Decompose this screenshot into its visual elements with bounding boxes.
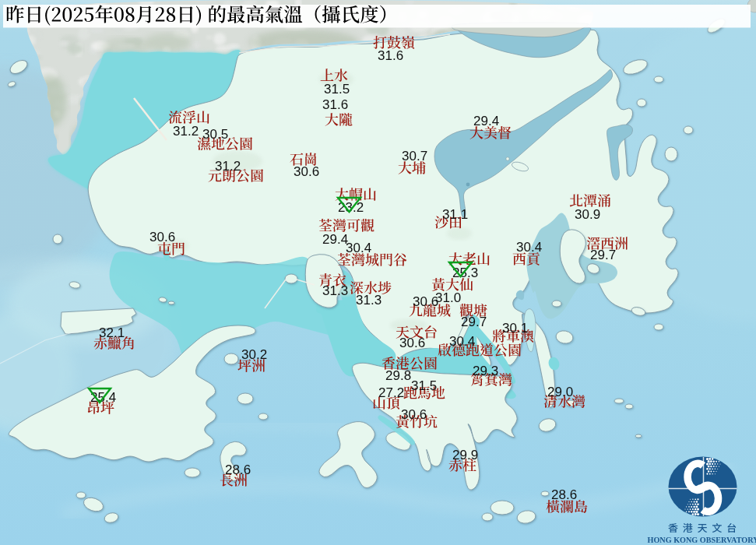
svg-text:30.4: 30.4 (346, 241, 371, 255)
svg-text:31.3: 31.3 (356, 293, 382, 308)
svg-text:25.3: 25.3 (452, 265, 478, 280)
svg-text:29.4: 29.4 (322, 232, 348, 247)
svg-text:30.4: 30.4 (449, 334, 475, 349)
svg-text:32.1: 32.1 (99, 325, 125, 340)
svg-text:29.3: 29.3 (473, 364, 498, 378)
svg-text:31.0: 31.0 (435, 290, 461, 305)
svg-text:30.6: 30.6 (413, 294, 438, 309)
svg-text:30.5: 30.5 (202, 127, 228, 142)
svg-text:27.2: 27.2 (378, 385, 404, 400)
svg-text:28.6: 28.6 (551, 487, 577, 502)
svg-text:31.5: 31.5 (411, 378, 437, 393)
svg-text:29.9: 29.9 (452, 448, 478, 462)
svg-text:30.1: 30.1 (502, 321, 528, 336)
svg-text:30.6: 30.6 (149, 230, 175, 244)
svg-text:30.6: 30.6 (401, 407, 427, 422)
svg-text:29.7: 29.7 (461, 315, 487, 329)
svg-text:31.6: 31.6 (378, 48, 403, 63)
svg-text:30.7: 30.7 (402, 149, 427, 164)
svg-text:30.2: 30.2 (241, 347, 267, 362)
svg-text:29.4: 29.4 (473, 114, 499, 128)
svg-text:30.6: 30.6 (399, 336, 425, 350)
svg-text:31.2: 31.2 (215, 159, 241, 174)
svg-text:31.3: 31.3 (322, 283, 348, 298)
svg-text:29.8: 29.8 (385, 368, 411, 383)
svg-text:30.6: 30.6 (294, 164, 319, 179)
svg-text:31.2: 31.2 (173, 124, 199, 139)
svg-text:31.6: 31.6 (322, 97, 348, 112)
svg-text:29.0: 29.0 (547, 385, 573, 399)
svg-text:29.7: 29.7 (590, 248, 616, 262)
svg-text:28.6: 28.6 (225, 462, 251, 477)
svg-text:30.9: 30.9 (575, 207, 600, 222)
svg-text:HONG KONG OBSERVATORY: HONG KONG OBSERVATORY (647, 536, 756, 544)
svg-text:31.5: 31.5 (324, 82, 350, 97)
svg-text:30.4: 30.4 (516, 240, 542, 255)
svg-text:31.1: 31.1 (442, 207, 468, 222)
